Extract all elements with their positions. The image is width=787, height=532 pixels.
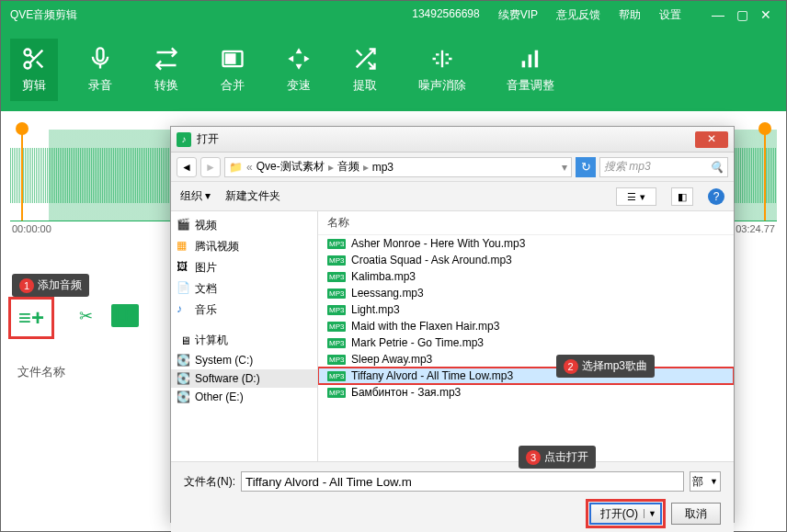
mp3-icon: MP3 [327,289,346,299]
vip-link[interactable]: 续费VIP [491,7,545,23]
tool-denoise[interactable]: 噪声消除 [407,39,477,101]
mp3-icon: MP3 [327,305,346,315]
folder-tree[interactable]: 🎬视频 ▦腾讯视频 🖼图片 📄文档 ♪音乐 🖥计算机 💽System (C:) … [171,211,318,461]
tool-cut[interactable]: 剪辑 [10,39,58,101]
mp3-icon: MP3 [327,355,346,365]
svg-point-1 [25,62,31,69]
file-row[interactable]: MP3Kalimba.mp3 [318,268,734,285]
annotation-add-audio: 1添加音频 [12,274,89,297]
cancel-button[interactable]: 取消 [671,503,721,525]
file-row[interactable]: MP3Asher Monroe - Here With You.mp3 [318,235,734,252]
svg-rect-4 [226,54,234,62]
maximize-button[interactable]: ▢ [731,7,753,22]
filename-column-label: 文件名称 [17,364,65,380]
dialog-icon: ♪ [177,132,191,147]
file-name: Kalimba.mp3 [351,270,416,283]
file-row[interactable]: MP3Croatia Squad - Ask Around.mp3 [318,252,734,268]
video-icon: 🎬 [177,218,189,231]
feedback-link[interactable]: 意见反馈 [549,7,608,23]
annotation-click-open: 3点击打开 [519,446,596,469]
dialog-close-button[interactable]: ✕ [695,131,728,148]
filename-input[interactable] [241,471,684,492]
sidebar-item-music: ♪音乐 [171,300,317,321]
file-row[interactable]: MP3Tiffany Alvord - All Time Low.mp3 [318,368,734,384]
lp-badge[interactable]: LP [111,304,139,327]
search-icon: 🔍 [710,161,724,174]
file-row[interactable]: MP3Leessang.mp3 [318,285,734,301]
mp3-icon: MP3 [327,322,346,332]
sidebar-item-video: 🎬视频 [171,215,317,236]
drive-icon: 💽 [177,391,189,403]
help-link[interactable]: 帮助 [611,7,648,23]
doc-icon: 📄 [177,281,189,294]
svg-rect-7 [535,51,539,68]
nav-forward-button[interactable]: ► [200,157,221,177]
tool-merge[interactable]: 合并 [209,39,257,101]
app-title: QVE音频剪辑 [10,7,405,23]
minimize-button[interactable]: — [707,7,729,22]
file-row[interactable]: MP3Maid with the Flaxen Hair.mp3 [318,318,734,334]
main-toolbar: 剪辑 录音 转换 合并 变速 提取 噪声消除 音量调整 [1,28,786,111]
svg-rect-5 [522,61,526,67]
end-marker[interactable] [764,130,766,221]
tool-record[interactable]: 录音 [76,39,124,101]
sidebar-computer: 🖥计算机 [171,330,317,351]
file-row[interactable]: MP3Light.mp3 [318,301,734,318]
file-name: Leessang.mp3 [351,287,424,300]
mp3-icon: MP3 [327,371,346,381]
refresh-button[interactable]: ↻ [576,157,596,177]
file-name: Бамбинтон - Зая.mp3 [351,386,461,399]
svg-rect-2 [97,48,104,61]
file-name: Light.mp3 [351,303,400,316]
open-file-dialog: ♪ 打开 ✕ ◄ ► 📁 « Qve-测试素材▸ 音频▸ mp3 ▾ ↻ 搜索 … [170,126,735,523]
mic-icon [87,46,113,72]
svg-rect-6 [529,54,532,67]
time-start: 00:00:00 [12,223,51,234]
sidebar-drive-c: 💽System (C:) [171,351,317,369]
mp3-icon: MP3 [327,255,346,266]
tencent-icon: ▦ [177,239,189,252]
merge-icon [220,46,245,72]
new-folder-button[interactable]: 新建文件夹 [225,188,280,204]
mp3-icon: MP3 [327,239,346,249]
drive-icon: 💽 [177,372,189,385]
folder-icon: 📁 [229,161,243,174]
file-row[interactable]: MP3Бамбинтон - Зая.mp3 [318,384,734,401]
view-mode-button[interactable]: ☰ ▾ [616,187,656,206]
file-name: Tiffany Alvord - All Time Low.mp3 [351,369,513,382]
image-icon: 🖼 [177,260,189,273]
sidebar-item-pictures: 🖼图片 [171,257,317,278]
add-audio-button[interactable]: ≡+ [8,297,54,339]
denoise-icon [429,46,455,72]
help-button[interactable]: ? [708,188,724,205]
start-marker[interactable] [21,130,23,221]
breadcrumb[interactable]: 📁 « Qve-测试素材▸ 音频▸ mp3 ▾ [224,157,572,177]
file-name: Sleep Away.mp3 [351,353,432,366]
search-input[interactable]: 搜索 mp3 🔍 [599,157,728,177]
close-button[interactable]: ✕ [755,7,777,22]
computer-icon: 🖥 [180,334,191,347]
scissors-icon [21,46,47,72]
cut-icon[interactable]: ✂ [79,306,93,326]
sidebar-drive-d: 💽Software (D:) [171,369,317,388]
filetype-dropdown[interactable]: 部▼ [690,471,721,492]
convert-icon [154,46,179,72]
organize-menu[interactable]: 组织 ▾ [180,188,211,204]
column-name[interactable]: 名称 [318,211,734,235]
tool-convert[interactable]: 转换 [143,39,190,101]
sidebar-item-documents: 📄文档 [171,278,317,300]
settings-link[interactable]: 设置 [652,7,689,23]
tool-extract[interactable]: 提取 [341,39,389,101]
nav-back-button[interactable]: ◄ [177,157,197,177]
dialog-title: 打开 [197,131,695,147]
preview-pane-button[interactable]: ◧ [671,187,693,206]
open-button[interactable]: 打开(O)▼ [589,503,662,525]
file-list[interactable]: 名称 MP3Asher Monroe - Here With You.mp3MP… [318,211,734,461]
tool-volume[interactable]: 音量调整 [496,39,565,101]
filename-label: 文件名(N): [184,474,235,490]
file-row[interactable]: MP3Mark Petrie - Go Time.mp3 [318,334,734,351]
shuffle-icon [352,46,378,72]
tool-speed[interactable]: 变速 [275,39,323,101]
file-row[interactable]: MP3Sleep Away.mp3 [318,351,734,368]
file-name: Asher Monroe - Here With You.mp3 [351,237,525,250]
